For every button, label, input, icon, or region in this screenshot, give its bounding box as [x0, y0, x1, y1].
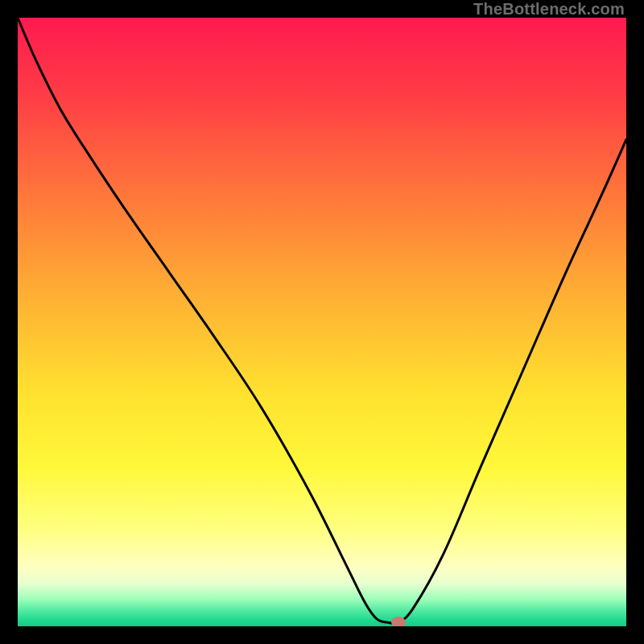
watermark-text: TheBottleneck.com: [473, 0, 625, 19]
optimal-point-marker: [391, 617, 406, 626]
plot-area: [18, 18, 626, 626]
chart-frame: TheBottleneck.com: [0, 0, 644, 644]
bottleneck-curve: [18, 18, 626, 626]
